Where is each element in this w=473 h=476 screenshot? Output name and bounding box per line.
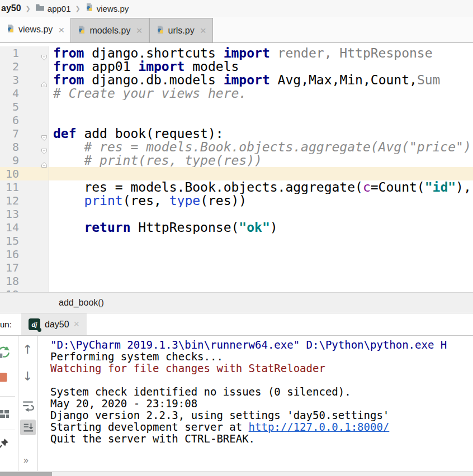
line-number: 10 xyxy=(0,167,19,180)
toolbar-divider xyxy=(0,430,15,430)
soft-wrap-icon[interactable] xyxy=(21,398,35,414)
console-line: System check identified no issues (0 sil… xyxy=(50,386,473,398)
rerun-icon[interactable] xyxy=(0,345,11,361)
line-number: 5 xyxy=(0,100,19,113)
django-icon: dj xyxy=(29,318,40,330)
code-line: 10 xyxy=(0,167,473,180)
run-tab-label: day50 xyxy=(45,320,69,330)
tab-label: models.py xyxy=(89,26,130,36)
line-number: 12 xyxy=(0,194,19,207)
line-number: 15 xyxy=(0,234,19,247)
fold-marker-icon[interactable] xyxy=(41,130,48,137)
breadcrumb-item-file[interactable]: views.py xyxy=(97,4,129,13)
editor-breadcrumb-bar: add_book() xyxy=(0,292,473,313)
breadcrumb: ay50 ❯ app01 ❯ views.py xyxy=(0,0,473,17)
console-line: Watching for file changes with StatReloa… xyxy=(50,363,473,374)
line-number: 19 xyxy=(0,288,19,292)
run-tab-day50[interactable]: dj day50 × xyxy=(21,313,87,335)
console-line: Django version 2.2.3, using settings 'da… xyxy=(50,410,473,421)
code-line: 11 res = models.Book.objects.aggregate(c… xyxy=(0,180,473,194)
code-editor[interactable]: 1from django.shortcuts import render, Ht… xyxy=(0,43,473,292)
python-file-icon xyxy=(85,3,94,14)
line-number: 18 xyxy=(0,274,19,288)
folder-icon xyxy=(35,3,45,13)
toolbar-divider xyxy=(0,396,15,397)
horizontal-scrollbar xyxy=(0,471,473,476)
code-line: 18 xyxy=(0,274,473,288)
code-line: 3from django.db.models import Avg,Max,Mi… xyxy=(0,73,473,87)
line-number: 9 xyxy=(0,154,19,167)
chevron-right-icon: ❯ xyxy=(74,5,82,12)
python-file-icon xyxy=(77,25,86,36)
more-options-icon[interactable]: » xyxy=(23,455,28,465)
line-number: 4 xyxy=(0,87,19,100)
code-line: 7def add_book(request): xyxy=(0,127,473,140)
tab-label: views.py xyxy=(18,25,53,35)
line-number: 7 xyxy=(0,127,19,140)
down-stack-trace-icon[interactable]: ↓ xyxy=(22,369,32,383)
code-line: 16 xyxy=(0,247,473,261)
line-number: 11 xyxy=(0,180,19,194)
fold-marker-icon[interactable] xyxy=(41,157,48,164)
line-number: 2 xyxy=(0,60,19,73)
code-line: 2from app01 import models xyxy=(0,60,473,73)
pin-icon[interactable] xyxy=(0,437,10,452)
code-line: 13 xyxy=(0,207,473,221)
line-number: 13 xyxy=(0,207,19,221)
code-line: 12 print(res, type(res)) xyxy=(0,194,473,207)
code-line: 15 xyxy=(0,234,473,247)
tab-models-py[interactable]: models.py × xyxy=(70,18,149,42)
code-line: 14 return HttpResponse("ok") xyxy=(0,221,473,234)
breadcrumb-item-package[interactable]: app01 xyxy=(48,4,71,13)
breadcrumb-item-project[interactable]: ay50 xyxy=(1,3,21,13)
chevron-right-icon: ❯ xyxy=(24,5,32,12)
up-stack-trace-icon[interactable]: ↑ xyxy=(22,342,32,356)
console-line: May 20, 2020 - 23:19:08 xyxy=(50,398,473,410)
scrollbar-thumb[interactable] xyxy=(0,472,52,476)
code-line: 6 xyxy=(0,113,473,127)
code-line: 19 xyxy=(0,288,473,292)
run-controls-toolbar xyxy=(0,336,18,471)
console-line: Quit the server with CTRL-BREAK. xyxy=(50,433,473,445)
line-number: 17 xyxy=(0,261,19,274)
scroll-to-end-icon[interactable] xyxy=(20,420,36,435)
tab-urls-py[interactable]: urls.py × xyxy=(149,18,213,42)
code-line: 8 # res = models.Book.objects.aggregate(… xyxy=(0,140,473,154)
code-line: 5 xyxy=(0,100,473,113)
close-icon[interactable]: × xyxy=(136,25,142,36)
line-number: 16 xyxy=(0,247,19,261)
code-line: 9 # print(res, type(res)) xyxy=(0,154,473,167)
restore-layout-icon[interactable] xyxy=(0,407,11,423)
pycharm-window: ay50 ❯ app01 ❯ views.py views.py × model… xyxy=(0,0,473,476)
code-line: 17 xyxy=(0,261,473,274)
line-number: 1 xyxy=(0,46,19,60)
python-file-icon xyxy=(156,25,165,36)
code-line: 4# Create your views here. xyxy=(0,87,473,100)
console-line xyxy=(50,374,473,386)
close-icon[interactable]: × xyxy=(74,318,80,330)
fold-marker-icon[interactable] xyxy=(41,50,48,56)
tab-label: urls.py xyxy=(168,26,195,36)
fold-marker-icon[interactable] xyxy=(41,144,48,150)
python-file-icon xyxy=(6,24,15,35)
console-line: Performing system checks... xyxy=(50,351,473,363)
console-output[interactable]: "D:\PyCharm 2019.1.3\bin\runnerw64.exe" … xyxy=(38,336,473,471)
tab-views-py[interactable]: views.py × xyxy=(0,17,70,42)
run-panel-header: un: dj day50 × xyxy=(0,313,473,336)
code-line: 1from django.shortcuts import render, Ht… xyxy=(0,46,473,60)
console-line: "D:\PyCharm 2019.1.3\bin\runnerw64.exe" … xyxy=(50,339,473,351)
run-console: ↑ ↓ » "D:\PyCharm 2019.1.3\bin\runnerw64… xyxy=(0,336,473,471)
breadcrumb-method-item[interactable]: add_book() xyxy=(59,298,104,308)
line-number: 14 xyxy=(0,221,19,234)
editor-tab-bar: views.py × models.py × urls.py × xyxy=(0,17,473,43)
run-panel-label: un: xyxy=(0,320,13,329)
line-number: 6 xyxy=(0,113,19,127)
console-toolbar: ↑ ↓ » xyxy=(18,336,38,471)
close-icon[interactable]: × xyxy=(58,25,64,35)
stop-icon[interactable] xyxy=(0,373,7,384)
line-number: 8 xyxy=(0,140,19,154)
fold-marker-icon[interactable] xyxy=(41,77,48,83)
close-icon[interactable]: × xyxy=(200,25,206,36)
server-url-link[interactable]: http://127.0.0.1:8000/ xyxy=(249,421,390,433)
console-line: Starting development server at http://12… xyxy=(50,421,473,433)
